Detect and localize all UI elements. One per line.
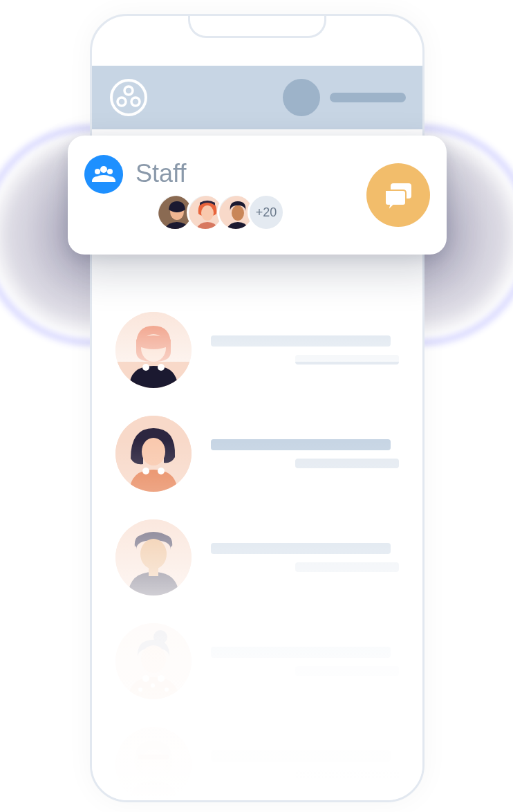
current-user-name-placeholder xyxy=(330,93,406,102)
svg-point-11 xyxy=(158,468,165,474)
list-item[interactable] xyxy=(115,298,399,402)
contact-meta-placeholder xyxy=(295,666,399,676)
chat-icon xyxy=(381,178,416,212)
svg-point-13 xyxy=(140,539,167,569)
svg-rect-14 xyxy=(149,568,158,576)
svg-point-2 xyxy=(118,98,126,106)
svg-point-20 xyxy=(165,688,169,692)
list-item[interactable] xyxy=(115,506,399,609)
chat-button[interactable] xyxy=(366,163,430,227)
svg-point-34 xyxy=(232,205,244,221)
member-overflow-count[interactable]: +20 xyxy=(248,194,285,231)
svg-point-27 xyxy=(95,169,100,174)
people-icon xyxy=(92,163,115,186)
contact-meta-placeholder xyxy=(295,459,399,468)
logo-icon xyxy=(110,79,147,116)
svg-point-10 xyxy=(142,468,149,474)
contact-list xyxy=(92,298,422,802)
svg-point-3 xyxy=(131,98,140,106)
svg-rect-25 xyxy=(138,755,169,759)
group-title: Staff xyxy=(136,159,354,188)
svg-point-28 xyxy=(107,169,113,174)
svg-point-17 xyxy=(141,645,166,673)
app-logo[interactable] xyxy=(109,77,149,118)
current-user-avatar[interactable] xyxy=(283,79,320,116)
list-item[interactable] xyxy=(115,402,399,506)
contact-name-placeholder xyxy=(211,647,391,658)
svg-point-9 xyxy=(142,438,165,465)
staff-group-card[interactable]: Staff xyxy=(68,136,447,255)
phone-notch xyxy=(188,15,326,38)
avatar xyxy=(115,727,192,802)
avatar xyxy=(115,416,192,492)
contact-name-placeholder xyxy=(211,543,391,554)
svg-point-21 xyxy=(142,675,149,682)
contact-name-placeholder xyxy=(211,750,391,762)
contact-name-placeholder xyxy=(211,439,391,450)
svg-point-1 xyxy=(124,86,133,95)
contact-meta-placeholder xyxy=(295,355,399,365)
svg-point-32 xyxy=(201,205,214,221)
contact-meta-placeholder xyxy=(295,562,399,572)
svg-point-19 xyxy=(151,683,155,688)
svg-point-18 xyxy=(138,688,142,692)
list-item[interactable] xyxy=(115,713,399,802)
app-header xyxy=(92,66,422,129)
contact-name-placeholder xyxy=(211,335,391,347)
phone-frame xyxy=(90,14,425,802)
avatar xyxy=(115,519,192,596)
svg-point-6 xyxy=(142,364,149,371)
avatar xyxy=(115,312,192,388)
svg-point-7 xyxy=(158,364,165,371)
group-icon xyxy=(84,155,123,194)
avatar xyxy=(115,623,192,699)
svg-point-24 xyxy=(142,749,165,777)
list-item[interactable] xyxy=(115,609,399,713)
svg-point-22 xyxy=(158,675,165,682)
contact-meta-placeholder xyxy=(295,770,399,779)
member-avatar-row: +20 xyxy=(156,194,354,231)
svg-point-26 xyxy=(100,166,107,173)
